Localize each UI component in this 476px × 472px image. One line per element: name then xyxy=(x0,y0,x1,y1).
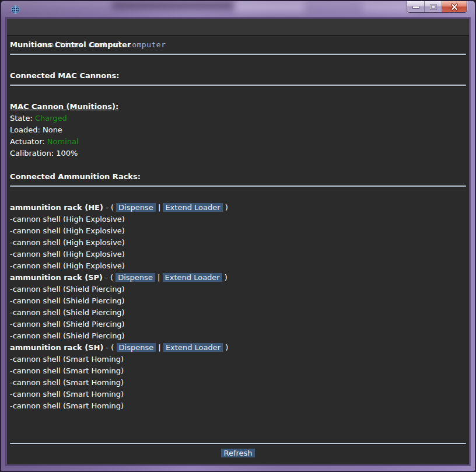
page-title: Munitions Control Computer xyxy=(10,39,466,51)
rack-header: ammunition rack (SP) - ( Dispense | Exte… xyxy=(10,272,466,284)
minimize-icon xyxy=(413,6,419,8)
rack-name: ammunition rack (SP) xyxy=(10,273,103,282)
dispense-button[interactable]: Dispense xyxy=(116,273,155,282)
extend-loader-button[interactable]: Extend Loader xyxy=(163,343,223,352)
shell-list-item: -cannon shell (High Explosive) xyxy=(10,214,466,225)
actuator-value: Nominal xyxy=(47,137,79,146)
divider xyxy=(10,85,466,86)
titlebar[interactable] xyxy=(1,1,475,18)
page: Munitions Control Computer Connected MAC… xyxy=(7,36,469,464)
divider xyxy=(10,54,466,55)
shell-list-item: -cannon shell (High Explosive) xyxy=(10,237,466,249)
racks-section-heading: Connected Ammunition Racks: xyxy=(10,171,466,183)
loaded-label: Loaded: xyxy=(10,125,43,134)
divider xyxy=(10,443,466,444)
shell-list-item: -cannon shell (Smart Homing) xyxy=(10,377,466,389)
titlebar-reflection xyxy=(112,1,235,9)
maximize-button[interactable] xyxy=(425,1,442,12)
state-label: State: xyxy=(10,114,35,123)
shell-list-item: -cannon shell (Shield Piercing) xyxy=(10,307,466,319)
cannon-actuator-row: Actuator: Nominal xyxy=(10,136,466,148)
loaded-value: None xyxy=(43,125,62,134)
window-title-strip: munitions control computer xyxy=(7,19,469,36)
dispense-button[interactable]: Dispense xyxy=(116,203,156,212)
shell-list-item: -cannon shell (Shield Piercing) xyxy=(10,330,466,342)
state-value: Charged xyxy=(35,114,67,123)
dispense-button[interactable]: Dispense xyxy=(117,343,156,352)
rack-name: ammunition rack (HE) xyxy=(10,203,103,212)
shell-list-item: -cannon shell (High Explosive) xyxy=(10,249,466,260)
shell-list-item: -cannon shell (Shield Piercing) xyxy=(10,295,466,307)
cannon-title: MAC Cannon (Munitions): xyxy=(10,101,466,113)
shell-list-item: -cannon shell (Shield Piercing) xyxy=(10,284,466,295)
cannons-section-heading: Connected MAC Cannons: xyxy=(10,70,466,82)
shell-list-item: -cannon shell (High Explosive) xyxy=(10,225,466,237)
caption-button-group xyxy=(407,1,467,13)
extend-loader-button[interactable]: Extend Loader xyxy=(163,203,222,212)
shell-list-item: -cannon shell (High Explosive) xyxy=(10,260,466,272)
titlebar-reflection xyxy=(235,1,304,13)
rack-header: ammunition rack (SH) - ( Dispense | Exte… xyxy=(10,342,466,354)
shell-list-item: -cannon shell (Smart Homing) xyxy=(10,389,466,400)
rack-header: ammunition rack (HE) - ( Dispense | Exte… xyxy=(10,202,466,214)
rack-name: ammunition rack (SH) xyxy=(10,343,103,352)
cannon-calibration-row: Calibration: 100% xyxy=(10,148,466,159)
calibration-label: Calibration: xyxy=(10,149,56,158)
cannon-state-row: State: Charged xyxy=(10,113,466,124)
close-icon xyxy=(450,4,459,11)
shell-list-item: -cannon shell (Shield Piercing) xyxy=(10,319,466,330)
window: munitions control computer Munitions Con… xyxy=(0,0,476,472)
calibration-value: 100% xyxy=(56,149,78,158)
refresh-row: Refresh xyxy=(10,447,466,459)
maximize-icon xyxy=(430,5,436,9)
refresh-button[interactable]: Refresh xyxy=(221,449,254,457)
shell-list-item: -cannon shell (Smart Homing) xyxy=(10,354,466,365)
close-button[interactable] xyxy=(442,1,467,12)
shell-list-item: -cannon shell (Smart Homing) xyxy=(10,365,466,377)
cannon-loaded-row: Loaded: None xyxy=(10,124,466,136)
minimize-button[interactable] xyxy=(407,1,425,12)
actuator-label: Actuator: xyxy=(10,137,47,146)
byond-globe-icon xyxy=(11,5,20,14)
window-client-area: munitions control computer Munitions Con… xyxy=(6,18,470,466)
divider xyxy=(10,186,466,187)
extend-loader-button[interactable]: Extend Loader xyxy=(163,273,222,282)
shell-list-item: -cannon shell (Smart Homing) xyxy=(10,400,466,412)
